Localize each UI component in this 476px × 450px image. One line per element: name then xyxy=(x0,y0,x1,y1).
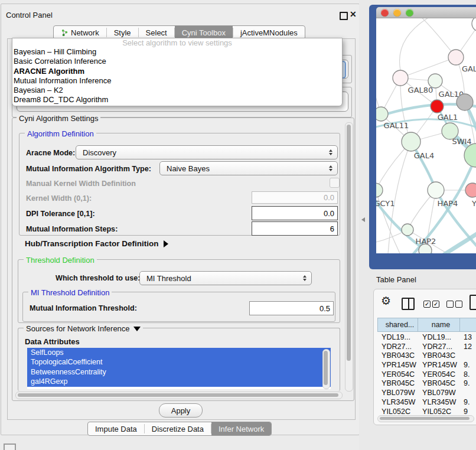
settings-vertical-scrollbar[interactable] xyxy=(345,122,353,392)
node-label: GAL4 xyxy=(414,151,434,160)
table-panel-title: Table Panel xyxy=(376,275,416,284)
mi-steps-label: Mutual Information Steps: xyxy=(26,225,118,233)
network-node-hap4[interactable] xyxy=(428,182,444,198)
attribute-item-gal4rgexp[interactable]: gal4RGexp xyxy=(27,377,331,386)
table-cell: YDL19... xyxy=(418,333,461,343)
table-body: YDL19...YDL19...13YDR27...YDR27...12YBR0… xyxy=(377,333,476,416)
tab-infer-network[interactable]: Infer Network xyxy=(211,422,271,435)
network-node-y[interactable] xyxy=(465,183,476,197)
tab-label: Network xyxy=(71,28,99,37)
table-cell: YBR045C xyxy=(377,379,418,389)
table-row[interactable]: YER054CYER054C8. xyxy=(377,370,476,380)
algorithm-dropdown-popup: Select algorithm to view settings Bayesi… xyxy=(12,38,343,106)
table-cell: YBR043C xyxy=(377,351,418,361)
table-cell: 9. xyxy=(461,361,476,370)
bottom-tab-bar: Impute DataDiscretize DataInfer Network xyxy=(87,422,272,436)
column-header-name[interactable]: name xyxy=(418,318,460,332)
algorithm-option-aracne-algorithm[interactable]: ARACNE Algorithm xyxy=(12,67,342,76)
network-node-hap2[interactable] xyxy=(402,224,413,236)
window-minimize-button[interactable] xyxy=(393,9,401,17)
table-horizontal-scrollbar[interactable] xyxy=(377,415,474,422)
new-table-icon[interactable] xyxy=(470,295,476,310)
panel-title: Control Panel xyxy=(6,11,53,19)
manual-kernel-checkbox[interactable] xyxy=(330,178,340,188)
network-node[interactable] xyxy=(457,94,473,110)
node-label: HAP4 xyxy=(438,199,458,208)
algorithm-option-mutual-information-inference[interactable]: Mutual Information Inference xyxy=(12,76,342,86)
hub-definition-toggle[interactable]: Hub/Transcription Factor Definition xyxy=(25,239,168,248)
split-columns-icon[interactable] xyxy=(402,298,415,310)
network-node-gal[interactable] xyxy=(448,50,464,65)
algorithm-option-basic-correlation-inference[interactable]: Basic Correlation Inference xyxy=(12,57,342,66)
tab-network[interactable]: Network xyxy=(54,26,106,39)
dpi-tolerance-input[interactable] xyxy=(252,206,338,220)
network-node-gal1[interactable] xyxy=(431,100,444,113)
table-cell xyxy=(461,389,476,398)
algorithm-option-bayesian-hill-climbing[interactable]: Bayesian – Hill Climbing xyxy=(12,47,342,57)
table-cell: YDR27... xyxy=(377,343,418,352)
algorithm-option-bayesian-k2[interactable]: Bayesian – K2 xyxy=(12,86,342,95)
attribute-list-scrollbar[interactable] xyxy=(322,349,330,389)
table-cell: 9. xyxy=(461,379,476,389)
network-canvas[interactable]: GALGAL80GAL10GAL1GAL11SWI4GAL4GCY1HAP4YH… xyxy=(376,18,476,253)
float-panel-icon[interactable] xyxy=(340,12,348,20)
attribute-item-topologicalcoefficient[interactable]: TopologicalCoefficient xyxy=(27,357,331,367)
mi-steps-input[interactable] xyxy=(252,221,338,236)
algorithm-option-dream8-dc-tdc-algorithm[interactable]: Dream8 DC_TDC Algorithm xyxy=(12,95,342,105)
table-row[interactable]: YPR145WYPR145W9. xyxy=(377,361,476,370)
table-row[interactable]: YBR043CYBR043C xyxy=(377,351,476,361)
tab-impute-data[interactable]: Impute Data xyxy=(88,422,144,435)
kernel-width-input[interactable] xyxy=(252,191,338,204)
spinner-arrows-icon xyxy=(329,149,332,155)
table-cell: 9. xyxy=(461,398,476,407)
mi-type-combobox[interactable]: Naive Bayes xyxy=(159,161,338,175)
tab-cyni-toolbox[interactable]: Cyni Toolbox xyxy=(175,26,233,39)
network-node-gcy1[interactable] xyxy=(376,183,383,197)
restore-panel-button[interactable] xyxy=(4,444,16,450)
table-row[interactable]: YBL079WYBL079W xyxy=(377,389,476,398)
attribute-item-selfloops[interactable]: SelfLoops xyxy=(27,348,331,357)
cyni-settings-title: Cyni Algorithm Settings xyxy=(17,114,100,123)
node-label: GAL xyxy=(462,64,476,73)
which-threshold-combobox[interactable]: MI Threshold xyxy=(139,271,312,285)
mi-threshold-input[interactable] xyxy=(249,301,334,315)
tab-style[interactable]: Style xyxy=(107,26,138,39)
select-all-icon[interactable]: ✓✓ xyxy=(423,301,439,308)
table-row[interactable]: YDL19...YDL19...13 xyxy=(377,333,476,343)
network-node[interactable] xyxy=(472,18,476,31)
node-label: SWI4 xyxy=(452,137,471,146)
network-node[interactable] xyxy=(419,244,432,253)
data-attributes-label: Data Attributes xyxy=(25,337,80,346)
table-cell: YDR27... xyxy=(418,343,461,352)
settings-gear-icon[interactable]: ⚙ xyxy=(381,295,391,306)
network-node-gal80[interactable] xyxy=(393,70,408,86)
column-header-shared[interactable]: shared... xyxy=(377,318,418,332)
table-row[interactable]: YBR045CYBR045C9. xyxy=(377,379,476,389)
which-threshold-label: Which threshold to use: xyxy=(56,274,140,282)
network-node-gal10[interactable] xyxy=(428,74,442,88)
table-row[interactable]: YDR27...YDR27...12 xyxy=(377,343,476,352)
aracne-mode-combobox[interactable]: Discovery xyxy=(76,145,338,159)
attribute-item-betweennesscentrality[interactable]: BetweennessCentrality xyxy=(27,367,331,377)
which-threshold-value: MI Threshold xyxy=(146,274,191,283)
splitter-collapse-icon[interactable] xyxy=(361,217,365,222)
table-row[interactable]: YLR345WYLR345W9. xyxy=(377,398,476,407)
table-cell: YLR345W xyxy=(377,398,418,407)
tab-select[interactable]: Select xyxy=(139,26,174,39)
network-node-gal4[interactable] xyxy=(402,132,420,151)
settings-horizontal-scrollbar[interactable] xyxy=(15,392,343,399)
apply-button[interactable]: Apply xyxy=(159,403,203,418)
network-window-titlebar[interactable] xyxy=(376,7,476,18)
apply-button-label: Apply xyxy=(171,406,191,415)
tab-jactivemnodules[interactable]: jActiveMNodules xyxy=(233,26,305,39)
deselect-all-icon[interactable] xyxy=(446,301,462,308)
tab-label: Impute Data xyxy=(95,425,137,433)
kernel-width-label: Kernel Width (0,1): xyxy=(26,194,92,203)
window-close-button[interactable] xyxy=(381,9,389,17)
network-node-gal11[interactable] xyxy=(376,107,388,121)
sources-group-title[interactable]: Sources for Network Inference xyxy=(24,324,143,333)
tab-discretize-data[interactable]: Discretize Data xyxy=(145,422,211,435)
window-zoom-button[interactable] xyxy=(406,9,413,17)
column-header-cut[interactable] xyxy=(459,318,476,332)
close-icon[interactable]: ✕ xyxy=(350,9,357,19)
